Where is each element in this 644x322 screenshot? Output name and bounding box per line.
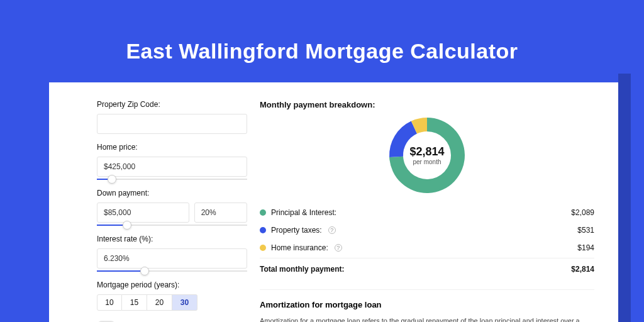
breakdown-panel: Monthly payment breakdown: $2,814 per mo… — [260, 100, 618, 322]
down-payment-pct-input[interactable] — [194, 203, 247, 223]
amortization-text: Amortization for a mortgage loan refers … — [260, 316, 594, 322]
home-price-label: Home price: — [97, 143, 247, 152]
period-button-30[interactable]: 30 — [172, 294, 197, 311]
calculator-card: Property Zip Code: Home price: Down paym… — [49, 82, 618, 322]
zip-input[interactable] — [97, 114, 247, 134]
legend-label: Home insurance: — [271, 243, 328, 252]
amortization-section: Amortization for mortgage loan Amortizat… — [260, 289, 594, 322]
legend-dot — [260, 209, 266, 216]
legend-dot — [260, 245, 266, 251]
card-shadow — [618, 74, 631, 322]
down-payment-label: Down payment: — [97, 189, 247, 197]
legend: Principal & Interest: $2,089Property tax… — [260, 204, 594, 257]
legend-dot — [260, 227, 266, 233]
zip-label: Property Zip Code: — [97, 100, 247, 109]
page-title: East Wallingford Mortgage Calculator — [0, 0, 644, 64]
info-icon[interactable]: ? — [335, 244, 342, 252]
home-price-input[interactable] — [97, 157, 247, 177]
period-button-15[interactable]: 15 — [122, 294, 147, 311]
down-payment-slider[interactable] — [97, 225, 247, 226]
amortization-title: Amortization for mortgage loan — [260, 300, 594, 309]
down-payment-input[interactable] — [97, 203, 189, 223]
form-panel: Property Zip Code: Home price: Down paym… — [49, 100, 260, 322]
legend-row: Home insurance: ?$194 — [260, 239, 594, 257]
legend-value: $2,089 — [571, 208, 594, 217]
legend-row: Principal & Interest: $2,089 — [260, 204, 594, 221]
period-button-10[interactable]: 10 — [97, 294, 122, 311]
legend-label: Property taxes: — [271, 226, 322, 235]
total-value: $2,814 — [571, 265, 594, 274]
info-icon[interactable]: ? — [328, 226, 336, 234]
home-price-slider[interactable] — [97, 179, 247, 180]
donut-center-value: $2,814 — [409, 145, 444, 158]
legend-label: Principal & Interest: — [271, 208, 336, 217]
period-button-20[interactable]: 20 — [147, 294, 172, 311]
legend-value: $531 — [577, 226, 594, 235]
interest-slider[interactable] — [97, 270, 247, 272]
donut-center-sub: per month — [413, 158, 441, 165]
total-label: Total monthly payment: — [260, 265, 344, 274]
period-button-group: 10152030 — [97, 294, 247, 311]
period-label: Mortgage period (years): — [97, 280, 247, 289]
payment-donut-chart: $2,814 per month — [387, 116, 467, 195]
legend-value: $194 — [577, 243, 594, 252]
interest-input[interactable] — [97, 248, 247, 269]
legend-row: Property taxes: ?$531 — [260, 221, 594, 239]
breakdown-title: Monthly payment breakdown: — [260, 100, 594, 109]
interest-label: Interest rate (%): — [97, 235, 247, 243]
